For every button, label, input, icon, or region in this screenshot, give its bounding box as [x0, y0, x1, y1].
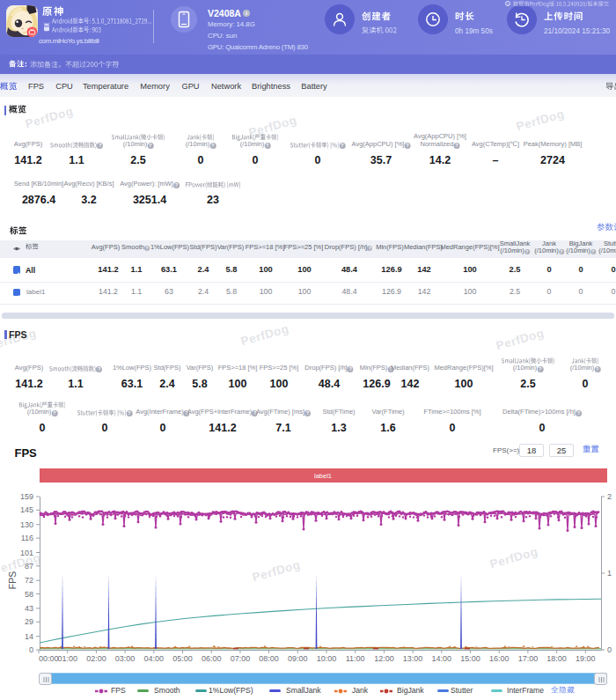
svg-text:FPS: FPS — [7, 571, 18, 589]
svg-text:03:00: 03:00 — [115, 654, 136, 663]
svg-text:14: 14 — [25, 632, 33, 641]
svg-text:29: 29 — [25, 617, 33, 626]
svg-text:17:00: 17:00 — [518, 654, 539, 663]
svg-text:00:00: 00:00 — [39, 654, 59, 663]
svg-text:130: 130 — [20, 520, 33, 529]
svg-text:06:00: 06:00 — [202, 654, 222, 663]
svg-text:01:00: 01:00 — [57, 654, 77, 663]
svg-text:145: 145 — [20, 505, 33, 514]
svg-text:09:00: 09:00 — [288, 654, 308, 663]
svg-text:18:00: 18:00 — [546, 654, 567, 663]
svg-text:16:00: 16:00 — [489, 654, 510, 663]
svg-text:04:00: 04:00 — [144, 654, 165, 663]
svg-text:1: 1 — [607, 569, 612, 578]
svg-text:58: 58 — [25, 590, 33, 599]
svg-text:87: 87 — [25, 562, 33, 571]
svg-text:12:00: 12:00 — [374, 654, 394, 663]
svg-text:116: 116 — [21, 534, 33, 542]
svg-text:08:00: 08:00 — [259, 654, 279, 663]
svg-text:10:00: 10:00 — [317, 654, 337, 663]
svg-text:14:00: 14:00 — [432, 654, 452, 663]
svg-text:101: 101 — [20, 549, 33, 557]
svg-text:0: 0 — [607, 645, 612, 654]
svg-text:159: 159 — [20, 492, 33, 501]
svg-text:15:00: 15:00 — [460, 654, 480, 663]
svg-text:07:00: 07:00 — [231, 654, 251, 663]
svg-text:05:00: 05:00 — [172, 654, 193, 663]
svg-text:2: 2 — [607, 492, 612, 501]
svg-text:13:00: 13:00 — [403, 654, 423, 663]
svg-text:0: 0 — [29, 645, 33, 654]
svg-text:72: 72 — [25, 576, 33, 585]
svg-text:19:00: 19:00 — [576, 654, 596, 663]
svg-text:02:00: 02:00 — [86, 654, 106, 663]
svg-text:43: 43 — [25, 604, 33, 613]
svg-text:11:00: 11:00 — [346, 654, 365, 663]
